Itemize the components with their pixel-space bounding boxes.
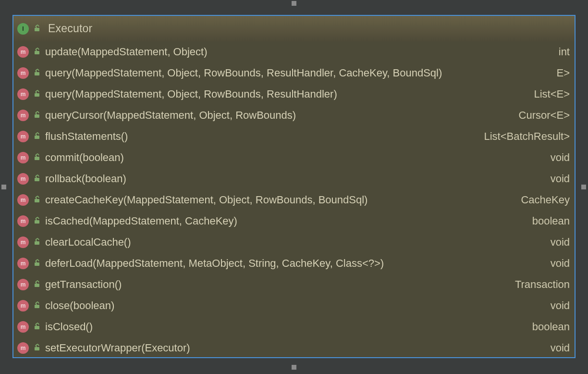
method-signature: queryCursor(MappedStatement, Object, Row…	[45, 109, 511, 122]
method-icon-letter: m	[21, 302, 26, 309]
method-icon-letter: m	[21, 218, 26, 224]
method-signature: clearLocalCache()	[45, 236, 543, 249]
lock-open-icon	[34, 175, 40, 182]
method-row[interactable]: mcommit(boolean)void	[13, 147, 575, 168]
method-signature: getTransaction()	[45, 278, 507, 291]
lock-open-icon	[34, 70, 40, 76]
structure-panel: I Executor mupdate(MappedStatement, Obje…	[12, 15, 576, 358]
lock-open-icon	[34, 197, 40, 203]
method-row[interactable]: mupdate(MappedStatement, Object)int	[13, 41, 575, 62]
method-icon-letter: m	[21, 112, 26, 119]
selection-handle-left[interactable]	[1, 185, 6, 189]
method-icon-letter: m	[21, 70, 26, 76]
lock-open-icon	[34, 260, 40, 267]
method-icon: m	[17, 194, 29, 206]
lock-open-icon	[34, 133, 40, 140]
lock-open-icon	[34, 154, 40, 161]
method-icon-letter: m	[21, 175, 26, 182]
method-return-type: Cursor<E>	[516, 109, 570, 122]
method-row[interactable]: mrollback(boolean)void	[13, 168, 575, 189]
method-return-type: List<BatchResult>	[481, 130, 570, 143]
method-icon: m	[17, 152, 29, 163]
method-row[interactable]: mdeferLoad(MappedStatement, MetaObject, …	[13, 253, 575, 274]
lock-open-icon	[34, 25, 40, 32]
method-icon-letter: m	[21, 345, 26, 351]
lock-open-icon	[34, 302, 40, 309]
method-icon-letter: m	[21, 154, 26, 161]
lock-open-icon	[34, 345, 40, 351]
lock-open-icon	[34, 91, 40, 98]
selection-handle-right[interactable]	[581, 185, 586, 189]
method-icon-letter: m	[21, 133, 26, 140]
method-row[interactable]: misCached(MappedStatement, CacheKey)bool…	[13, 211, 575, 232]
method-row[interactable]: mquery(MappedStatement, Object, RowBound…	[13, 62, 575, 84]
method-row[interactable]: mgetTransaction()Transaction	[13, 274, 575, 295]
method-icon: m	[17, 258, 29, 269]
method-row[interactable]: mqueryCursor(MappedStatement, Object, Ro…	[13, 105, 575, 126]
method-icon: m	[17, 237, 29, 248]
method-icon: m	[17, 321, 29, 333]
method-icon: m	[17, 173, 29, 185]
method-return-type: void	[548, 236, 570, 249]
lock-open-icon	[34, 324, 40, 330]
method-icon-letter: m	[21, 281, 26, 288]
method-icon: m	[17, 300, 29, 312]
method-return-type: int	[556, 46, 570, 58]
method-return-type: void	[548, 173, 570, 185]
method-signature: query(MappedStatement, Object, RowBounds…	[45, 67, 549, 79]
method-row[interactable]: mclearLocalCache()void	[13, 232, 575, 253]
method-return-type: Transaction	[512, 278, 570, 291]
lock-open-icon	[34, 281, 40, 288]
method-icon-letter: m	[21, 49, 26, 55]
method-list: mupdate(MappedStatement, Object)intmquer…	[13, 41, 575, 357]
method-signature: isClosed()	[45, 321, 525, 333]
method-signature: rollback(boolean)	[45, 173, 543, 185]
method-return-type: void	[548, 299, 570, 312]
structure-header[interactable]: I Executor	[13, 16, 575, 41]
interface-icon-letter: I	[22, 25, 24, 32]
lock-open-icon	[34, 49, 40, 55]
method-icon-letter: m	[21, 239, 26, 246]
method-row[interactable]: mclose(boolean)void	[13, 295, 575, 316]
method-return-type: E>	[553, 67, 570, 79]
lock-open-icon	[34, 218, 40, 224]
method-signature: update(MappedStatement, Object)	[45, 46, 551, 58]
method-icon: m	[17, 342, 29, 354]
selection-handle-bottom[interactable]	[292, 365, 296, 370]
method-row[interactable]: mcreateCacheKey(MappedStatement, Object,…	[13, 189, 575, 211]
lock-open-icon	[34, 112, 40, 119]
method-icon-letter: m	[21, 197, 26, 203]
method-signature: close(boolean)	[45, 299, 543, 312]
method-return-type: boolean	[529, 321, 570, 333]
method-icon-letter: m	[21, 324, 26, 330]
method-icon: m	[17, 110, 29, 121]
method-icon: m	[17, 88, 29, 100]
method-row[interactable]: mflushStatements()List<BatchResult>	[13, 126, 575, 147]
method-icon: m	[17, 46, 29, 58]
method-signature: deferLoad(MappedStatement, MetaObject, S…	[45, 257, 543, 270]
method-signature: createCacheKey(MappedStatement, Object, …	[45, 194, 513, 206]
method-row[interactable]: mquery(MappedStatement, Object, RowBound…	[13, 84, 575, 105]
class-title: Executor	[48, 22, 92, 35]
method-return-type: CacheKey	[518, 194, 570, 206]
method-return-type: List<E>	[531, 88, 570, 100]
method-row[interactable]: msetExecutorWrapper(Executor)void	[13, 337, 575, 357]
method-icon: m	[17, 279, 29, 290]
method-signature: commit(boolean)	[45, 151, 543, 164]
method-signature: setExecutorWrapper(Executor)	[45, 342, 543, 354]
method-icon: m	[17, 67, 29, 79]
method-return-type: void	[548, 342, 570, 354]
interface-icon: I	[17, 23, 29, 35]
method-row[interactable]: misClosed()boolean	[13, 316, 575, 337]
method-return-type: void	[548, 151, 570, 164]
method-return-type: boolean	[529, 215, 570, 227]
method-icon: m	[17, 131, 29, 142]
method-icon-letter: m	[21, 260, 26, 267]
method-return-type: void	[548, 257, 570, 270]
method-icon-letter: m	[21, 91, 26, 98]
method-icon: m	[17, 215, 29, 227]
selection-handle-top[interactable]	[292, 1, 296, 6]
method-signature: flushStatements()	[45, 130, 476, 143]
method-signature: isCached(MappedStatement, CacheKey)	[45, 215, 525, 227]
lock-open-icon	[34, 239, 40, 246]
